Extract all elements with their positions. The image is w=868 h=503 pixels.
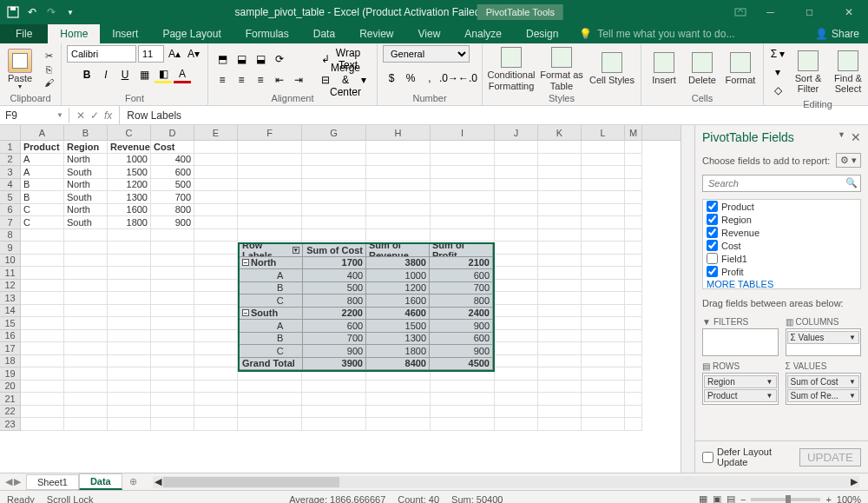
cell[interactable] [108,367,151,381]
row-header[interactable]: 16 [0,330,21,343]
cell[interactable] [495,381,538,394]
cell[interactable] [538,229,582,242]
pivot-item[interactable]: A [240,269,303,281]
cell[interactable] [625,393,642,406]
cell[interactable] [194,166,238,179]
gear-icon[interactable]: ⚙ ▾ [836,153,861,168]
cell[interactable]: North [64,154,108,167]
cell[interactable] [151,292,194,305]
pivot-item[interactable]: C [240,295,303,307]
cell[interactable] [582,342,625,355]
cell[interactable] [194,381,238,394]
cell[interactable] [238,141,302,154]
zone-item[interactable]: Σ Values▼ [787,331,860,344]
cell[interactable] [495,166,538,179]
cell[interactable] [538,179,582,192]
cell[interactable] [538,292,582,305]
cell[interactable] [625,280,642,293]
cell[interactable] [538,305,582,318]
cell[interactable] [238,216,302,229]
cell[interactable]: 700 [151,191,194,204]
cell[interactable] [151,330,194,343]
cell[interactable] [108,355,151,368]
cell[interactable] [21,330,64,343]
cell[interactable] [21,305,64,318]
cell[interactable] [151,229,194,242]
filter-dropdown-icon[interactable]: ▾ [293,247,299,254]
cell[interactable] [538,166,582,179]
cell[interactable] [538,255,582,268]
cell[interactable] [194,418,238,431]
cell[interactable]: South [64,216,108,229]
col-header[interactable]: G [302,125,366,140]
row-header[interactable]: 15 [0,317,21,330]
cell[interactable] [495,154,538,167]
tab-file[interactable]: File [0,24,48,43]
cell[interactable] [302,191,366,204]
col-header[interactable]: F [238,125,302,140]
cell[interactable] [495,179,538,192]
pivot-item[interactable]: B [240,333,303,345]
cell[interactable] [625,179,642,192]
pivot-item[interactable]: C [240,345,303,357]
collapse-icon[interactable]: − [242,309,249,316]
cell[interactable] [64,406,108,419]
cell[interactable] [194,342,238,355]
field-checkbox[interactable] [707,240,718,251]
tab-analyze[interactable]: Analyze [452,24,514,43]
vertical-scrollbar[interactable] [681,125,694,473]
format-cells-button[interactable]: Format [723,52,758,85]
horizontal-scrollbar[interactable]: ◀ ▶ [153,476,859,488]
cell[interactable] [21,342,64,355]
cell[interactable] [538,330,582,343]
more-tables-link[interactable]: MORE TABLES [703,278,860,289]
zoom-in-icon[interactable]: + [825,494,831,504]
cell[interactable] [495,191,538,204]
cell[interactable] [64,255,108,268]
tab-review[interactable]: Review [347,24,405,43]
cell[interactable] [538,280,582,293]
cell-styles-button[interactable]: Cell Styles [589,52,635,85]
fill-color-button[interactable]: ◧ [155,66,172,83]
update-button[interactable]: UPDATE [799,448,861,467]
cell[interactable] [302,166,366,179]
cell[interactable] [582,166,625,179]
cell[interactable] [194,242,238,255]
zoom-slider[interactable] [751,498,820,501]
cell[interactable] [108,330,151,343]
cell[interactable] [302,406,366,419]
cell[interactable] [366,418,431,431]
cell[interactable] [538,267,582,280]
cell[interactable] [194,355,238,368]
cell[interactable] [431,229,495,242]
cell[interactable] [538,418,582,431]
cell[interactable] [302,179,366,192]
defer-update-checkbox[interactable]: Defer Layout Update [702,447,799,467]
cell[interactable] [582,406,625,419]
cell[interactable] [431,154,495,167]
cell[interactable] [625,229,642,242]
decrease-decimal-icon[interactable]: ←.0 [459,69,477,87]
cell[interactable] [366,229,431,242]
cell[interactable] [625,367,642,381]
cell[interactable] [302,141,366,154]
cell[interactable] [625,317,642,330]
cell[interactable] [625,166,642,179]
cell[interactable] [151,393,194,406]
sheet-tab-sheet1[interactable]: Sheet1 [26,474,79,490]
row-header[interactable]: 3 [0,166,21,179]
row-header[interactable]: 1 [0,141,21,154]
cell[interactable] [366,166,431,179]
cell[interactable] [108,255,151,268]
cell[interactable] [21,393,64,406]
fill-icon[interactable]: ▾ [769,63,786,81]
cell[interactable] [431,204,495,217]
chevron-down-icon[interactable]: ▼ [766,378,773,386]
redo-icon[interactable]: ↷ [45,6,57,18]
cell[interactable] [625,381,642,394]
cell[interactable] [151,317,194,330]
field-checkbox[interactable] [707,266,718,277]
cell[interactable]: Product [21,141,64,154]
cell[interactable] [108,393,151,406]
conditional-formatting-button[interactable]: Conditional Formatting [488,47,535,90]
